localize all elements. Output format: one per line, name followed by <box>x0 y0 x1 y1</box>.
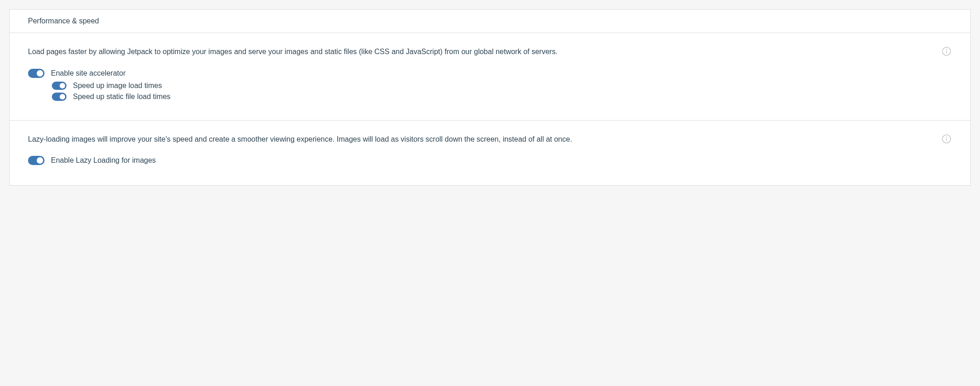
enable-site-accelerator-label: Enable site accelerator <box>51 69 126 77</box>
card-title: Performance & speed <box>28 17 99 25</box>
speed-up-images-row: Speed up image load times <box>52 82 952 90</box>
speed-up-images-toggle[interactable] <box>52 82 67 90</box>
performance-speed-card: Performance & speed Load pages faster by… <box>9 9 971 186</box>
speed-up-static-toggle[interactable] <box>52 93 67 101</box>
enable-lazy-loading-toggle[interactable] <box>28 156 45 165</box>
site-accelerator-panel: Load pages faster by allowing Jetpack to… <box>10 33 970 120</box>
card-header: Performance & speed <box>10 10 970 33</box>
enable-site-accelerator-toggle[interactable] <box>28 69 45 78</box>
speed-up-static-label: Speed up static file load times <box>73 93 171 101</box>
accelerator-sub-toggles: Speed up image load times Speed up stati… <box>52 82 952 101</box>
svg-point-2 <box>947 50 947 50</box>
speed-up-static-row: Speed up static file load times <box>52 93 952 101</box>
info-icon[interactable] <box>941 133 952 144</box>
svg-point-5 <box>947 137 947 137</box>
speed-up-images-label: Speed up image load times <box>73 82 162 90</box>
lazy-loading-description: Lazy-loading images will improve your si… <box>28 133 952 145</box>
enable-lazy-loading-row: Enable Lazy Loading for images <box>28 156 952 165</box>
lazy-loading-panel: Lazy-loading images will improve your si… <box>10 120 970 186</box>
accelerator-description: Load pages faster by allowing Jetpack to… <box>28 46 952 58</box>
info-icon[interactable] <box>941 46 952 57</box>
enable-site-accelerator-row: Enable site accelerator <box>28 69 952 78</box>
enable-lazy-loading-label: Enable Lazy Loading for images <box>51 156 156 165</box>
